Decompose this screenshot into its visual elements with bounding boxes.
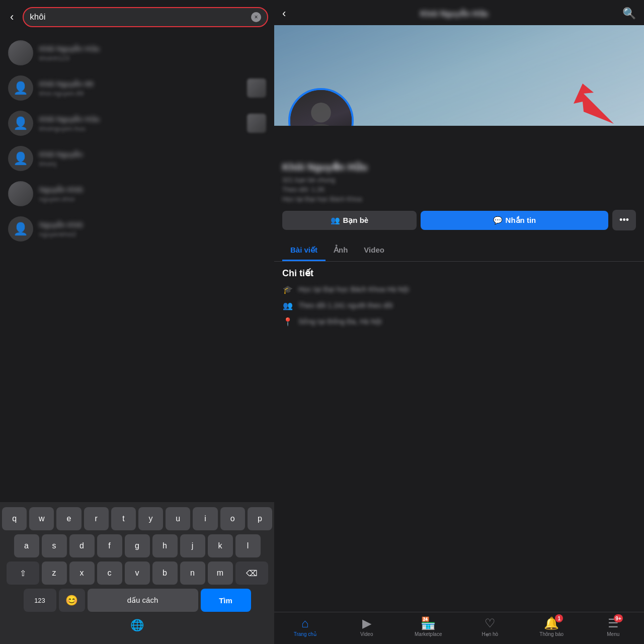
search-results-list: Khôi Nguyễn Hữu khoinh123 👤 Khôi Nguyễn … — [0, 32, 274, 502]
red-arrow-annotation — [569, 78, 629, 126]
list-item[interactable]: 👤 Khôi Nguyễn Hữu khoinguyen.huu — [0, 106, 274, 141]
message-button[interactable]: 💬 Nhắn tin — [421, 211, 608, 230]
key-q[interactable]: q — [2, 507, 27, 530]
friends-icon: 👥 — [331, 216, 340, 225]
search-input[interactable] — [30, 12, 247, 22]
key-l[interactable]: l — [235, 534, 261, 557]
more-button[interactable]: ••• — [612, 210, 636, 230]
svg-point-1 — [305, 124, 338, 126]
key-m[interactable]: m — [208, 561, 233, 585]
tab-posts[interactable]: Bài viết — [282, 240, 326, 261]
key-t[interactable]: t — [111, 507, 136, 530]
video-icon: ▶ — [362, 616, 371, 630]
back-button-right[interactable]: ‹ — [282, 7, 286, 20]
key-k[interactable]: k — [208, 534, 233, 557]
friends-button[interactable]: 👥 Bạn bè — [282, 211, 417, 230]
result-sub: khoinh123 — [39, 54, 266, 62]
space-key[interactable]: dấu cách — [88, 589, 198, 612]
detail-text: Theo dõi 1.241 người theo dõi — [298, 301, 393, 309]
tab-videos[interactable]: Video — [356, 240, 392, 261]
result-sub: nguyen.khoi — [39, 195, 266, 203]
right-header: ‹ Khôi Nguyễn Hữu 🔍 — [274, 0, 644, 25]
heart-icon: ♡ — [485, 616, 496, 630]
result-text: Khôi Nguyễn Hữu khoinh123 — [39, 44, 266, 62]
shift-key[interactable]: ⇧ — [7, 561, 39, 585]
nav-item-menu[interactable]: ☰ 9+ Menu — [583, 616, 645, 637]
key-j[interactable]: j — [180, 534, 205, 557]
key-s[interactable]: s — [42, 534, 67, 557]
left-panel: ‹ × Khôi Nguyễn Hữu khoinh123 👤 Khôi Ngu… — [0, 0, 274, 644]
notification-badge-wrapper: 🔔 1 — [544, 616, 559, 630]
right-panel: ‹ Khôi Nguyễn Hữu 🔍 — [274, 0, 644, 644]
key-a[interactable]: a — [14, 534, 39, 557]
detail-text: Học tại Đại học Bách Khoa Hà Nội — [298, 285, 409, 293]
key-r[interactable]: r — [84, 507, 109, 530]
list-item[interactable]: 👤 Khôi Nguyễn 89 khoi.nguyen.89 — [0, 70, 274, 106]
key-h[interactable]: h — [152, 534, 178, 557]
profile-avatar-ring — [288, 88, 354, 126]
key-n[interactable]: n — [180, 561, 205, 585]
school-icon: 🎓 — [282, 284, 293, 295]
key-o[interactable]: o — [220, 507, 245, 530]
key-z[interactable]: z — [42, 561, 67, 585]
profile-avatar-wrapper — [288, 88, 354, 126]
result-text: Khôi Nguyễn Hữu khoinguyen.huu — [39, 115, 241, 132]
profile-avatar — [290, 90, 352, 126]
profile-detail-friends: 321 bạn bè chung — [282, 176, 636, 184]
key-g[interactable]: g — [125, 534, 150, 557]
home-icon: ⌂ — [301, 616, 309, 630]
list-item[interactable]: 👤 Khôi Nguyễn khoinj — [0, 141, 274, 176]
search-submit-key[interactable]: Tìm — [201, 589, 251, 612]
key-w[interactable]: w — [29, 507, 54, 530]
numeric-key[interactable]: 123 — [24, 589, 56, 612]
nav-label-video: Video — [360, 631, 373, 637]
emoji-key[interactable]: 😊 — [59, 589, 85, 612]
nav-item-marketplace[interactable]: 🏪 Marketplace — [397, 616, 459, 637]
nav-item-home[interactable]: ⌂ Trang chủ — [274, 616, 336, 637]
search-bar-container: ‹ × — [0, 0, 274, 32]
list-item[interactable]: 👤 Nguyễn Khôi nguyenkhoi2 — [0, 211, 274, 247]
detail-row: 📍 Sống tại Đống Đa, Hà Nội — [282, 316, 636, 327]
result-text: Nguyễn Khôi nguyenkhoi2 — [39, 220, 266, 238]
avatar: 👤 — [8, 75, 33, 101]
person-icon: 👤 — [13, 116, 28, 130]
search-icon-right[interactable]: 🔍 — [622, 7, 636, 20]
result-text: Khôi Nguyễn 89 khoi.nguyen.89 — [39, 79, 241, 97]
nav-item-notifications[interactable]: 🔔 1 Thông báo — [521, 616, 583, 637]
key-x[interactable]: x — [69, 561, 95, 585]
nav-label-home: Trang chủ — [294, 631, 316, 637]
key-y[interactable]: y — [138, 507, 163, 530]
list-item[interactable]: Nguyễn Khôi nguyen.khoi — [0, 176, 274, 211]
person-icon: 👤 — [13, 151, 28, 166]
search-input-wrapper: × — [23, 7, 268, 27]
key-v[interactable]: v — [125, 561, 150, 585]
globe-icon: 🌐 — [130, 619, 144, 632]
avatar: 👤 — [8, 146, 33, 171]
key-u[interactable]: u — [166, 507, 190, 530]
result-sub: khoi.nguyen.89 — [39, 90, 241, 97]
key-e[interactable]: e — [56, 507, 81, 530]
result-sub: khoinj — [39, 160, 266, 168]
tab-photos[interactable]: Ảnh — [326, 240, 356, 261]
clear-search-button[interactable]: × — [251, 12, 261, 22]
key-c[interactable]: c — [97, 561, 122, 585]
messenger-icon: 💬 — [493, 216, 503, 225]
list-item[interactable]: Khôi Nguyễn Hữu khoinh123 — [0, 35, 274, 70]
notification-badge: 1 — [555, 614, 563, 622]
key-d[interactable]: d — [69, 534, 95, 557]
result-name: Nguyễn Khôi — [39, 220, 266, 229]
delete-key[interactable]: ⌫ — [235, 561, 268, 585]
svg-point-0 — [311, 103, 331, 123]
key-p[interactable]: p — [248, 507, 272, 530]
location-icon: 📍 — [282, 316, 293, 327]
details-section: Chi tiết 🎓 Học tại Đại học Bách Khoa Hà … — [274, 262, 644, 644]
key-i[interactable]: i — [193, 507, 217, 530]
nav-item-dating[interactable]: ♡ Hẹn hò — [459, 616, 521, 637]
nav-label-dating: Hẹn hò — [481, 631, 498, 637]
detail-text: Sống tại Đống Đa, Hà Nội — [298, 317, 382, 326]
nav-item-video[interactable]: ▶ Video — [336, 616, 398, 637]
back-button-left[interactable]: ‹ — [6, 9, 18, 26]
key-b[interactable]: b — [152, 561, 178, 585]
key-f[interactable]: f — [97, 534, 122, 557]
keyboard-bottom-bar: 🌐 — [2, 616, 272, 634]
